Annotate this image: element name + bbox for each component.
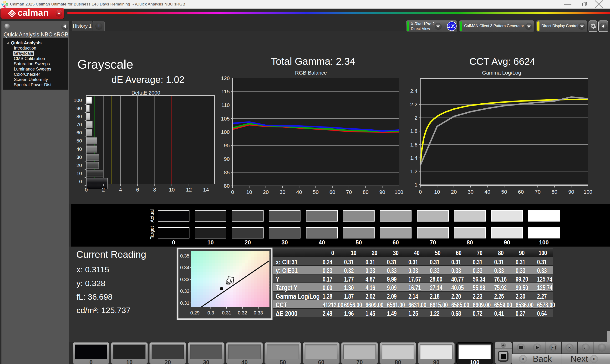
svg-text:14: 14 [203, 187, 209, 193]
svg-text:1.8: 1.8 [410, 128, 417, 134]
svg-text:2.2: 2.2 [410, 102, 417, 107]
svg-text:120: 120 [221, 75, 230, 81]
svg-text:30: 30 [77, 154, 82, 160]
svg-text:10: 10 [434, 189, 440, 195]
svg-text:30: 30 [280, 189, 285, 195]
svg-text:0.29: 0.29 [190, 310, 200, 315]
svg-text:Gamma Log/Log: Gamma Log/Log [482, 70, 521, 76]
svg-text:0.32: 0.32 [180, 288, 189, 294]
svg-text:50: 50 [313, 189, 319, 195]
svg-text:50: 50 [77, 138, 82, 143]
svg-text:50: 50 [501, 189, 507, 195]
svg-text:90: 90 [379, 189, 385, 195]
svg-text:95: 95 [224, 143, 230, 148]
svg-text:70: 70 [346, 189, 352, 195]
svg-text:1.2: 1.2 [410, 169, 417, 174]
svg-text:100: 100 [74, 97, 82, 103]
svg-text:2: 2 [415, 115, 417, 121]
svg-text:0.31: 0.31 [180, 300, 189, 306]
svg-text:RGB Balance: RGB Balance [295, 70, 327, 76]
svg-text:80: 80 [77, 114, 82, 119]
svg-text:70: 70 [77, 122, 82, 127]
svg-text:10: 10 [247, 189, 252, 195]
svg-text:10: 10 [169, 187, 175, 193]
svg-text:6: 6 [136, 187, 139, 193]
svg-text:0.35: 0.35 [180, 253, 189, 259]
svg-text:100: 100 [395, 189, 403, 195]
svg-text:0.33: 0.33 [254, 310, 263, 315]
svg-text:DeltaE 2000: DeltaE 2000 [131, 90, 160, 96]
svg-text:2.4: 2.4 [410, 88, 417, 94]
svg-text:Target: Target [149, 226, 155, 239]
svg-text:110: 110 [221, 102, 230, 108]
svg-text:80: 80 [363, 189, 368, 195]
svg-text:90: 90 [77, 105, 82, 111]
svg-text:40: 40 [484, 189, 490, 195]
svg-text:60: 60 [518, 189, 524, 195]
svg-text:8: 8 [153, 187, 156, 193]
svg-text:100: 100 [584, 189, 592, 195]
svg-text:0.32: 0.32 [238, 310, 247, 315]
svg-text:1.4: 1.4 [410, 155, 417, 161]
svg-text:1: 1 [415, 182, 417, 188]
svg-text:60: 60 [77, 130, 82, 135]
svg-text:20: 20 [451, 189, 456, 195]
svg-text:100: 100 [221, 129, 230, 135]
svg-text:0.31: 0.31 [222, 310, 231, 315]
svg-text:90: 90 [568, 189, 574, 195]
svg-text:80: 80 [224, 183, 230, 189]
svg-text:0.33: 0.33 [180, 277, 189, 282]
svg-text:20: 20 [263, 189, 269, 195]
svg-text:80: 80 [552, 189, 557, 195]
svg-text:10: 10 [77, 170, 82, 176]
svg-text:20: 20 [77, 162, 82, 168]
svg-text:1.6: 1.6 [410, 142, 417, 148]
svg-text:105: 105 [221, 116, 230, 122]
svg-text:0.34: 0.34 [180, 265, 189, 270]
svg-text:4: 4 [119, 187, 122, 193]
svg-text:0: 0 [419, 189, 422, 195]
svg-text:115: 115 [221, 89, 230, 95]
svg-text:60: 60 [330, 189, 335, 195]
svg-text:40: 40 [77, 146, 82, 152]
svg-text:30: 30 [468, 189, 473, 195]
svg-text:2: 2 [102, 187, 105, 193]
svg-text:40: 40 [296, 189, 302, 195]
svg-text:85: 85 [224, 169, 230, 176]
svg-text:90: 90 [224, 156, 230, 162]
svg-text:12: 12 [186, 187, 192, 193]
svg-text:Actual: Actual [149, 209, 155, 222]
svg-text:0: 0 [231, 189, 234, 195]
svg-text:0: 0 [85, 187, 88, 193]
svg-text:70: 70 [535, 189, 540, 195]
svg-text:0: 0 [79, 179, 82, 184]
svg-text:0.3: 0.3 [208, 310, 214, 315]
